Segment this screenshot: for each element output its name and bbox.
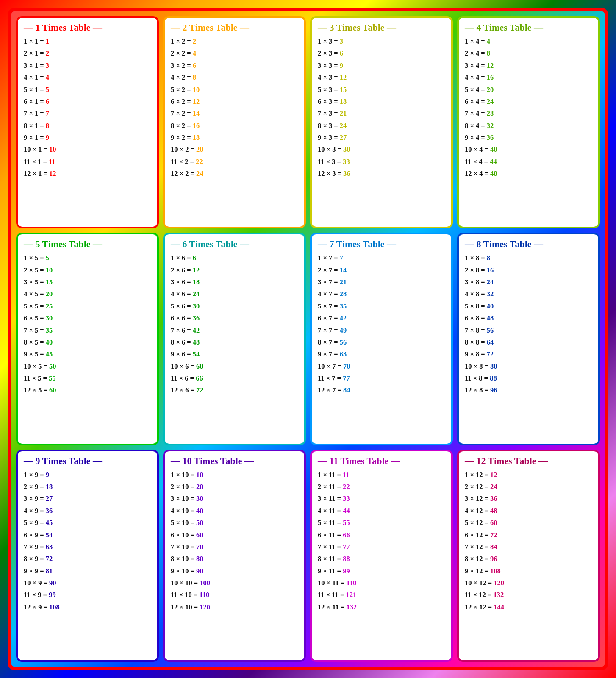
list-item: 9 × 7 = 63 [318, 348, 445, 360]
equation-text: 2 × 2 = [171, 49, 193, 57]
list-item: 12 × 7 = 84 [318, 384, 445, 396]
equation-result: 28 [340, 290, 347, 298]
list-item: 6 × 12 = 72 [465, 529, 592, 541]
list-item: 11 × 6 = 66 [171, 372, 298, 384]
equation-text: 8 × 10 = [171, 555, 196, 563]
card-title-5: 5 Times Table [24, 239, 151, 250]
equation-text: 2 × 6 = [171, 266, 193, 274]
equation-text: 5 × 9 = [24, 519, 46, 527]
equation-result: 7 [340, 254, 343, 262]
equation-result: 20 [487, 86, 494, 94]
equation-result: 24 [487, 278, 494, 286]
equation-result: 18 [193, 278, 200, 286]
list-item: 2 × 6 = 12 [171, 264, 298, 276]
list-item: 2 × 3 = 6 [318, 47, 445, 59]
equation-list-9: 1 × 9 = 92 × 9 = 183 × 9 = 274 × 9 = 365… [24, 469, 151, 656]
list-item: 6 × 7 = 42 [318, 312, 445, 324]
card-title-6: 6 Times Table [171, 239, 298, 250]
equation-result: 54 [193, 350, 200, 358]
equation-result: 60 [196, 531, 203, 539]
list-item: 9 × 3 = 27 [318, 132, 445, 144]
equation-text: 2 × 5 = [24, 266, 46, 274]
equation-text: 7 × 3 = [318, 109, 340, 117]
times-table-card-7: 7 Times Table1 × 7 = 72 × 7 = 143 × 7 = … [310, 233, 453, 445]
equation-text: 6 × 6 = [171, 314, 193, 322]
list-item: 5 × 2 = 10 [171, 84, 298, 96]
equation-result: 16 [487, 266, 494, 274]
equation-text: 11 × 12 = [465, 591, 493, 599]
list-item: 2 × 12 = 24 [465, 481, 592, 493]
equation-text: 1 × 4 = [465, 37, 487, 45]
equation-text: 9 × 8 = [465, 350, 487, 358]
equation-text: 8 × 6 = [171, 338, 193, 346]
equation-text: 10 × 1 = [24, 145, 49, 153]
list-item: 4 × 2 = 8 [171, 72, 298, 83]
equation-result: 27 [340, 133, 347, 142]
equation-result: 90 [196, 567, 203, 575]
equation-result: 24 [193, 290, 200, 298]
equation-text: 10 × 2 = [171, 145, 196, 153]
equation-result: 10 [196, 471, 203, 479]
list-item: 7 × 8 = 56 [465, 325, 592, 336]
equation-text: 9 × 10 = [171, 567, 196, 575]
equation-text: 11 × 6 = [171, 374, 196, 382]
list-item: 2 × 5 = 10 [24, 264, 151, 276]
equation-text: 5 × 2 = [171, 86, 193, 94]
times-table-card-1: 1 Times Table1 × 1 = 12 × 1 = 23 × 1 = 3… [16, 16, 159, 228]
equation-text: 4 × 4 = [465, 73, 487, 81]
list-item: 10 × 1 = 10 [24, 144, 151, 156]
equation-text: 10 × 6 = [171, 362, 196, 370]
card-title-8: 8 Times Table [465, 239, 592, 250]
list-item: 6 × 1 = 6 [24, 96, 151, 108]
equation-result: 6 [46, 97, 49, 106]
equation-result: 8 [46, 122, 49, 130]
equation-text: 9 × 9 = [24, 567, 46, 575]
equation-result: 120 [200, 603, 210, 611]
equation-text: 7 × 4 = [465, 109, 487, 117]
equation-text: 5 × 3 = [318, 86, 340, 94]
list-item: 4 × 8 = 32 [465, 288, 592, 300]
equation-text: 5 × 10 = [171, 519, 196, 527]
equation-result: 100 [200, 579, 210, 587]
equation-text: 8 × 5 = [24, 338, 46, 346]
list-item: 4 × 10 = 40 [171, 505, 298, 517]
list-item: 8 × 8 = 64 [465, 336, 592, 348]
equation-text: 12 × 1 = [24, 170, 49, 178]
card-title-1: 1 Times Table [24, 22, 151, 33]
list-item: 10 × 10 = 100 [171, 577, 298, 589]
list-item: 3 × 10 = 30 [171, 493, 298, 505]
list-item: 5 × 12 = 60 [465, 517, 592, 529]
equation-text: 9 × 12 = [465, 567, 490, 575]
equation-result: 72 [487, 350, 494, 358]
equation-result: 121 [346, 591, 356, 599]
list-item: 5 × 8 = 40 [465, 300, 592, 312]
list-item: 7 × 6 = 42 [171, 325, 298, 336]
equation-text: 12 × 3 = [318, 170, 343, 178]
equation-result: 63 [46, 543, 53, 551]
equation-result: 132 [493, 591, 504, 599]
equation-text: 9 × 7 = [318, 350, 340, 358]
equation-text: 4 × 1 = [24, 73, 46, 81]
equation-text: 9 × 3 = [318, 133, 340, 142]
list-item: 1 × 3 = 3 [318, 36, 445, 47]
list-item: 10 × 8 = 80 [465, 361, 592, 372]
equation-text: 12 × 12 = [465, 603, 494, 611]
equation-text: 6 × 7 = [318, 314, 340, 322]
equation-text: 11 × 8 = [465, 374, 490, 382]
equation-list-6: 1 × 6 = 62 × 6 = 123 × 6 = 184 × 6 = 245… [171, 252, 298, 439]
equation-result: 55 [49, 374, 56, 382]
equation-result: 10 [193, 86, 200, 94]
list-item: 1 × 8 = 8 [465, 252, 592, 264]
equation-text: 11 × 7 = [318, 374, 343, 382]
equation-result: 32 [487, 290, 494, 298]
card-title-3: 3 Times Table [318, 22, 445, 33]
equation-result: 84 [490, 543, 497, 551]
equation-text: 7 × 6 = [171, 326, 193, 334]
equation-result: 72 [490, 531, 497, 539]
equation-text: 1 × 8 = [465, 254, 487, 262]
equation-result: 110 [346, 579, 356, 587]
list-item: 8 × 6 = 48 [171, 336, 298, 348]
equation-result: 81 [46, 567, 53, 575]
equation-result: 96 [490, 386, 497, 394]
times-table-card-11: 11 Times Table1 × 11 = 112 × 11 = 223 × … [310, 450, 453, 662]
